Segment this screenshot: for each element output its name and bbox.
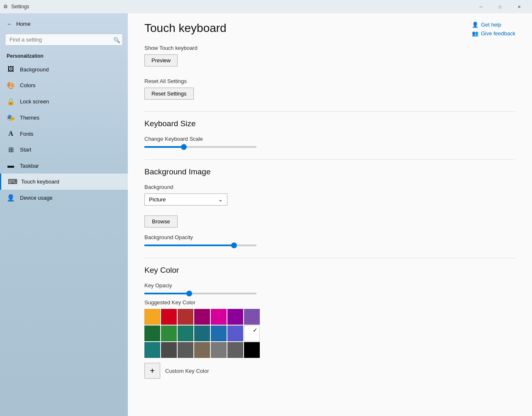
key-opacity-slider[interactable] [144,293,515,294]
background-opacity-slider[interactable] [144,245,515,246]
search-box: 🔍 [5,34,123,46]
swatch-lavender[interactable] [244,309,260,325]
back-button[interactable]: ← Home [0,17,128,30]
suggested-key-color-label: Suggested Key Color [144,299,515,306]
give-feedback-link[interactable]: 👥 Give feedback [472,30,515,37]
home-label: Home [16,21,31,27]
sidebar-item-label: Device usage [20,195,53,201]
opacity-slider-thumb[interactable] [231,242,237,248]
sidebar-item-taskbar[interactable]: ▬ Taskbar [0,158,128,174]
opacity-label: Background Opacity [144,234,515,240]
sidebar-item-lock-screen[interactable]: 🔒 Lock screen [0,93,128,110]
browse-button[interactable]: Browse [144,215,178,228]
key-opacity-thumb[interactable] [186,291,192,296]
swatch-green[interactable] [161,325,177,341]
swatch-purple[interactable] [227,309,243,325]
swatch-dark-gray[interactable] [161,342,177,358]
swatch-gray[interactable] [178,342,193,358]
sidebar: ← Home 🔍 Personalization 🖼 Background 🎨 … [0,13,128,416]
taskbar-icon: ▬ [7,162,15,169]
title-bar-left: ⚙ Settings [3,4,29,10]
show-keyboard-section: Show Touch keyboard Preview [144,45,515,66]
swatch-blue[interactable] [211,325,227,341]
title-bar-title: Settings [11,4,29,10]
color-grid-row1 [144,309,515,325]
search-input[interactable] [5,34,123,46]
slider-thumb[interactable] [181,144,187,150]
get-help-link[interactable]: 👤 Get help [472,22,515,28]
swatch-indigo[interactable] [227,325,243,341]
device-icon: 👤 [7,194,15,202]
sidebar-item-device-usage[interactable]: 👤 Device usage [0,190,128,206]
divider-2 [144,159,515,160]
sidebar-item-colors[interactable]: 🎨 Colors [0,77,128,93]
back-icon: ← [7,21,12,27]
swatch-white[interactable]: ✓ [244,325,260,341]
slider-fill [144,146,184,148]
custom-color-row[interactable]: + Custom Key Color [144,363,515,379]
lock-icon: 🔒 [7,98,15,105]
key-opacity-label: Key Opaciy [144,282,515,289]
sidebar-item-themes[interactable]: 🎭 Themes [0,110,128,126]
swatch-slate[interactable] [227,342,243,358]
main-content: Touch keyboard 👤 Get help 👥 Give feedbac… [128,13,532,416]
minimize-button[interactable]: ─ [471,0,491,13]
swatch-dark-green[interactable] [144,325,160,341]
title-bar: ⚙ Settings ─ □ ✕ [0,0,532,13]
colors-icon: 🎨 [7,81,15,89]
preview-button[interactable]: Preview [144,54,178,66]
keyboard-size-section: Keyboard Size Change Keyboard Scale [144,119,515,148]
slider-track [144,146,256,148]
color-grid-row2: ✓ [144,325,515,341]
sidebar-item-start[interactable]: ⊞ Start [0,142,128,158]
swatch-black[interactable] [244,342,260,358]
reset-button[interactable]: Reset Settings [144,88,194,100]
sidebar-item-touch-keyboard[interactable]: ⌨ Touch keyboard [0,174,128,190]
background-dropdown-label: Background [144,184,515,190]
maximize-button[interactable]: □ [491,0,510,13]
swatch-magenta[interactable] [211,309,227,325]
key-opacity-track [144,293,256,294]
swatch-dark-teal[interactable] [194,325,210,341]
divider-3 [144,258,515,258]
feedback-icon: 👥 [472,30,478,37]
fonts-icon: A [7,130,15,137]
sidebar-item-label: Touch keyboard [21,179,59,185]
background-image-section: Background Image Background Picture ⌄ Br… [144,167,515,246]
swatch-medium-gray[interactable] [211,342,227,358]
reset-section: Reset All Settings Reset Settings [144,78,515,100]
sidebar-item-label: Background [20,66,49,73]
title-bar-icon: ⚙ [3,4,8,10]
swatch-red[interactable] [161,309,177,325]
custom-key-color-label: Custom Key Color [165,368,209,374]
plus-icon: + [144,363,160,379]
start-icon: ⊞ [7,146,15,154]
swatch-orange[interactable] [144,309,160,325]
chevron-down-icon: ⌄ [218,196,223,203]
swatch-cyan[interactable] [144,342,160,358]
key-opacity-fill [144,293,189,294]
key-color-section: Key Color Key Opaciy Suggested Key Color [144,266,515,379]
title-bar-controls: ─ □ ✕ [471,0,529,13]
help-links: 👤 Get help 👥 Give feedback [472,22,515,37]
background-image-title: Background Image [144,167,515,178]
show-keyboard-label: Show Touch keyboard [144,45,515,51]
help-icon: 👤 [472,22,478,28]
sidebar-item-background[interactable]: 🖼 Background [0,61,128,77]
swatch-teal[interactable] [178,325,193,341]
search-icon[interactable]: 🔍 [113,37,120,43]
opacity-slider-track [144,245,256,246]
swatch-tan[interactable] [194,342,210,358]
sidebar-item-label: Colors [20,82,36,88]
swatch-dark-pink[interactable] [194,309,210,325]
divider-1 [144,111,515,112]
sidebar-item-label: Start [20,147,31,153]
close-button[interactable]: ✕ [510,0,529,13]
sidebar-item-fonts[interactable]: A Fonts [0,126,128,142]
swatch-dark-red[interactable] [178,309,193,325]
background-dropdown[interactable]: Picture ⌄ [144,193,227,206]
section-heading: Personalization [0,49,128,61]
keyboard-scale-slider[interactable] [144,146,515,148]
opacity-slider-fill [144,245,234,246]
themes-icon: 🎭 [7,114,15,122]
